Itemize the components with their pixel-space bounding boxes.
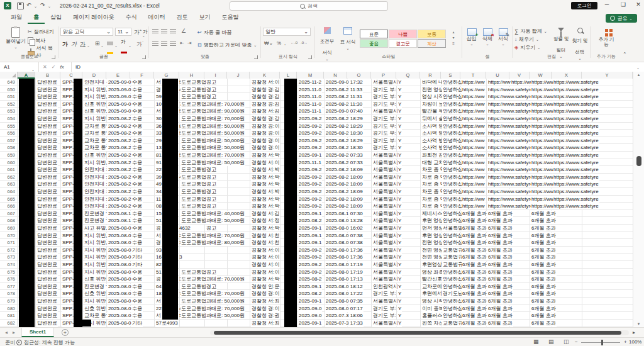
cell[interactable]: 기타 xyxy=(131,254,143,260)
cell[interactable]: 2025-08-2 18:30 xyxy=(325,130,364,137)
cell[interactable]: 2025-09-2 xyxy=(298,181,322,187)
cell[interactable]: 답변완료 xyxy=(36,181,58,187)
cell[interactable]: Y xyxy=(397,79,402,86)
wrap-text-button[interactable]: ↩ 자동 줄 바꿈 xyxy=(197,29,231,36)
cell[interactable]: Y xyxy=(397,262,402,268)
row-header[interactable]: 666 xyxy=(0,203,15,209)
cell[interactable]: 6개월 초과 xyxy=(462,247,487,254)
cell[interactable]: 서울특별시 xyxy=(372,79,399,86)
decrease-decimal-icon[interactable]: .0→ xyxy=(301,41,308,45)
cell[interactable]: https://ww xyxy=(462,123,486,130)
undo-caret-icon[interactable]: ⌄ xyxy=(34,4,37,8)
cell[interactable]: 2025-08-0 xyxy=(108,298,131,304)
row-header[interactable]: 660 xyxy=(0,160,15,166)
cell[interactable]: 2025-09-0 xyxy=(108,79,131,86)
cell[interactable]: 경찰청 경:강 xyxy=(251,116,280,122)
row-header[interactable]: 664 xyxy=(0,189,15,195)
cell[interactable]: 답변완료 xyxy=(36,276,58,282)
cell[interactable]: 6개월 초과 xyxy=(531,269,557,276)
cell[interactable]: 진로변경 ' xyxy=(84,211,108,217)
cell[interactable]: https://ww xyxy=(531,145,555,151)
table-row[interactable]: 681답변완료SPP-25교차로 통'2025-08-0수용서5도로교통법과태료… xyxy=(0,312,633,320)
cell[interactable]: 수용 xyxy=(131,116,143,122)
row-header[interactable]: 651 xyxy=(0,94,15,100)
row-header[interactable]: 665 xyxy=(0,196,15,203)
cell[interactable]: 수용 xyxy=(131,174,143,181)
cell[interactable]: 6개월 초과 xyxy=(531,211,557,217)
cell[interactable]: Y xyxy=(397,218,402,224)
cell[interactable]: 3 xyxy=(179,254,182,260)
column-header-M[interactable]: M xyxy=(297,72,324,79)
cell[interactable]: 답변완료 xyxy=(36,269,58,276)
cell[interactable]: 과태료: 50,000원 xyxy=(206,138,245,144)
cell[interactable]: https://ww xyxy=(531,116,555,122)
cell[interactable]: 경찰청 서:박 xyxy=(251,167,280,173)
horizontal-scrollbar[interactable] xyxy=(210,330,629,335)
cell[interactable]: 서울특별시 xyxy=(372,174,399,181)
cell[interactable]: 수용 xyxy=(131,108,143,114)
cell[interactable]: https://ww xyxy=(531,167,555,173)
cell[interactable]: Y xyxy=(397,167,402,173)
cell[interactable]: https://ww xyxy=(531,94,555,100)
tab-홈[interactable]: 홈 xyxy=(28,11,45,24)
cell[interactable]: 안전지대 · xyxy=(84,79,108,86)
cell-style-보통[interactable]: 보통 xyxy=(418,30,446,38)
cell[interactable]: https://ww xyxy=(462,174,486,181)
cell[interactable]: 신호 위반 xyxy=(84,101,106,108)
row-header[interactable]: 681 xyxy=(0,313,15,319)
cell[interactable]: 2025-08-0 07:17 xyxy=(325,306,364,312)
cell[interactable]: 도로교통법 xyxy=(180,313,207,319)
cell[interactable]: 도로교통법 xyxy=(180,101,207,108)
tab-보기[interactable]: 보기 xyxy=(194,11,216,24)
cell[interactable]: 2025-09-0 xyxy=(108,108,131,114)
cell[interactable]: 2025-09-2 xyxy=(298,138,322,144)
next-sheet-icon[interactable]: ▸ xyxy=(13,330,15,335)
cell[interactable]: 2025-09-2 xyxy=(298,145,322,151)
table-row[interactable]: 652답변완료SPP-25신호 위반2025-09-0수용107도로교통법과태료… xyxy=(0,101,633,108)
cell[interactable]: 6개월 초과 xyxy=(487,262,513,268)
cell[interactable]: 6개월 초과 xyxy=(531,233,557,239)
cell[interactable]: 수용 xyxy=(131,218,143,224)
cell[interactable]: 경찰청 경:이 xyxy=(251,123,280,130)
cell[interactable]: https://www.safetyre xyxy=(553,123,599,130)
cut-button[interactable]: ✂ 잘라내기 xyxy=(28,28,54,35)
cell[interactable]: 6개월 초과 xyxy=(462,291,487,297)
cell[interactable]: https://ww xyxy=(462,152,486,159)
cell[interactable]: 경고 xyxy=(206,284,217,290)
cell[interactable]: 2025-11-1 xyxy=(298,108,322,114)
cell[interactable]: 서울특별시 xyxy=(372,225,399,232)
cell[interactable]: 6개월 초과 xyxy=(462,262,487,268)
cell[interactable]: 서 xyxy=(155,298,162,304)
cell[interactable]: 경찰청 서:박 xyxy=(251,203,280,209)
cell[interactable]: 수용 xyxy=(131,167,143,173)
cell[interactable]: 도로교통법 xyxy=(180,145,207,151)
cell[interactable]: 6개월 초과 xyxy=(487,291,513,297)
cell[interactable]: https://ww xyxy=(462,108,486,114)
cell[interactable]: Y xyxy=(397,160,402,166)
cell[interactable]: https://ww xyxy=(531,196,555,203)
borders-caret-icon[interactable]: ⌄ xyxy=(101,43,104,48)
row-header[interactable]: 662 xyxy=(0,174,15,181)
cell[interactable]: 6개월 초과 xyxy=(487,269,513,276)
cell[interactable]: 2025-11-0 xyxy=(298,87,322,93)
cell[interactable]: 6개월 초과 xyxy=(487,254,513,260)
cell[interactable]: 2025-09-2 xyxy=(298,116,322,122)
cell[interactable]: 6개월 초과 xyxy=(531,276,557,282)
sheet-tab-sheet1[interactable]: Sheet1 xyxy=(21,328,54,337)
cell[interactable]: 2025-08-2 18:09 xyxy=(325,181,364,187)
cell[interactable]: 도로교통법 xyxy=(180,298,207,304)
cell[interactable]: 수용 xyxy=(131,123,143,130)
cell[interactable]: 경찰청 서:박 xyxy=(251,196,280,203)
cell[interactable]: 51 xyxy=(155,218,162,224)
cell[interactable]: 2025-08-0 17:22 xyxy=(325,291,364,297)
table-row[interactable]: 656답변완료SPP-25교차로 통'2025-08-2수용335도로교통법과태… xyxy=(0,130,633,137)
cell[interactable]: 답변완료 xyxy=(36,108,58,114)
row-header[interactable]: 654 xyxy=(0,116,15,122)
cell[interactable]: 57로4993 xyxy=(155,320,179,326)
cell[interactable]: 6개월 초과 xyxy=(462,211,487,217)
cell-style-좋음[interactable]: 좋음 xyxy=(360,39,388,48)
cell[interactable]: 6개월 초과 xyxy=(531,313,557,319)
cell[interactable]: 36 xyxy=(155,123,162,130)
cell[interactable]: https://www.safetyre xyxy=(553,174,599,181)
cell[interactable]: 경찰청 서:이 xyxy=(251,254,280,260)
